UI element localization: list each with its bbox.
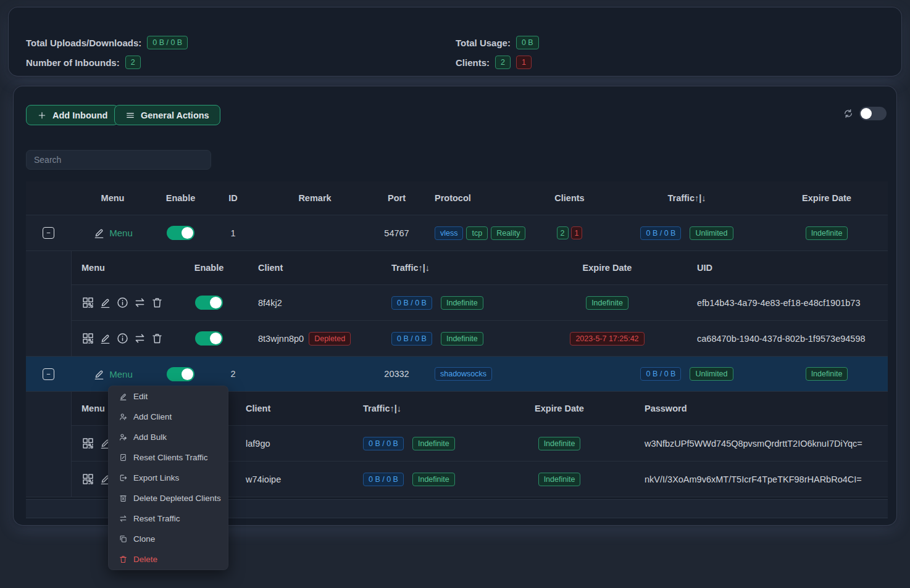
collapse-inbound-2-button[interactable] [43, 368, 54, 380]
edit-pencil-icon[interactable] [99, 332, 112, 345]
stat-total-usage: Total Usage: 0 B [456, 35, 539, 50]
menu-item-add-client[interactable]: Add Client [109, 407, 228, 427]
stat-total-uploads-downloads: Total Uploads/Downloads: 0 B / 0 B [26, 35, 188, 50]
client-traffic: 0 B / 0 B [391, 332, 432, 346]
client-traffic: 0 B / 0 B [363, 437, 404, 450]
client-enable-toggle[interactable] [195, 296, 223, 310]
sub-table-spacer [26, 251, 71, 357]
info-icon[interactable] [116, 332, 129, 345]
col-header-traffic-sort[interactable]: Traffic↑|↓ [353, 404, 513, 413]
menu-item-add-bulk[interactable]: Add Bulk [109, 427, 228, 447]
client-traffic-limit: Indefinite [412, 437, 455, 450]
protocol-tag-tcp: tcp [466, 226, 488, 240]
total-uploads-downloads-value: 0 B / 0 B [147, 36, 188, 49]
col-header-port: Port [370, 193, 423, 203]
general-actions-button[interactable]: General Actions [114, 105, 220, 125]
inbound-1-clients-depleted: 1 [571, 226, 583, 239]
col-header-remark: Remark [259, 193, 370, 203]
add-inbound-button[interactable]: Add Inbound [26, 105, 119, 125]
menu-item-delete[interactable]: Delete [109, 549, 228, 569]
col-header-expire: Expire Date [766, 193, 888, 203]
inbound-2-menu-label: Menu [109, 369, 133, 379]
inbound-row-1: Menu 1 54767 vless tcp Reality 2 1 0 B / [26, 215, 888, 251]
col-header-enable: Enable [180, 263, 238, 273]
edit-pencil-icon[interactable] [99, 296, 112, 309]
client-name: 8f4kj2 [238, 298, 377, 308]
refresh-icon[interactable] [843, 108, 854, 119]
inbound-1-enable-toggle[interactable] [167, 226, 194, 240]
menu-item-edit[interactable]: Edit [109, 386, 228, 407]
inbound-2-traffic-limit: Unlimited [690, 367, 733, 381]
client-enable-toggle[interactable] [195, 331, 223, 346]
inbound-1-clients-active: 2 [557, 226, 569, 239]
protocol-tag-vless: vless [435, 226, 463, 240]
clients-label: Clients: [456, 57, 490, 68]
sub-table-spacer [26, 392, 71, 497]
inbound-1-menu-button[interactable]: Menu [93, 226, 133, 239]
col-header-expire: Expire Date [544, 263, 670, 273]
info-icon[interactable] [116, 296, 129, 309]
protocol-tag-reality: Reality [491, 226, 525, 240]
col-header-traffic-sort[interactable]: Traffic↑|↓ [377, 263, 544, 273]
reset-traffic-icon [119, 514, 128, 523]
col-header-traffic-sort[interactable]: Traffic↑|↓ [608, 193, 766, 203]
depleted-badge: Depleted [309, 332, 351, 346]
qrcode-icon[interactable] [81, 437, 94, 450]
col-header-password: Password [606, 404, 888, 413]
reset-traffic-icon[interactable] [133, 332, 146, 345]
dark-mode-toggle[interactable] [859, 107, 887, 120]
delete-depleted-clients-icon [119, 494, 128, 503]
trash-icon[interactable] [151, 296, 164, 309]
col-header-client: Client [238, 263, 377, 273]
inbound-1-id: 1 [207, 228, 259, 238]
col-header-enable: Enable [154, 193, 207, 203]
qrcode-icon[interactable] [81, 332, 94, 345]
col-header-menu: Menu [72, 263, 180, 273]
add-client-icon [119, 412, 128, 421]
menu-item-clone[interactable]: Clone [109, 529, 228, 549]
inbound-2-menu-button[interactable]: Menu [93, 368, 133, 381]
total-uploads-downloads-label: Total Uploads/Downloads: [26, 38, 141, 48]
search-input[interactable] [26, 150, 211, 170]
qrcode-icon[interactable] [81, 296, 94, 309]
col-header-protocol: Protocol [423, 193, 531, 203]
number-of-inbounds-label: Number of Inbounds: [26, 57, 120, 68]
menu-item-export-links[interactable]: Export Links [109, 468, 228, 488]
client-traffic-limit: Indefinite [441, 296, 483, 310]
trash-icon[interactable] [151, 332, 164, 345]
collapse-inbound-1-button[interactable] [43, 227, 54, 239]
edit-pencil-icon [93, 226, 106, 239]
inbound-1-traffic-limit: Unlimited [690, 226, 733, 240]
client-expire: Indefinite [538, 473, 581, 486]
client-uid: ca68470b-1940-437d-802b-1f9573e94598 [670, 334, 888, 344]
qrcode-icon[interactable] [81, 473, 94, 486]
menu-item-delete-depleted-clients[interactable]: Delete Depleted Clients [109, 488, 228, 508]
inbound-2-enable-toggle[interactable] [167, 367, 194, 381]
clients-table-1-header: Menu Enable Client Traffic↑|↓ Expire Dat… [72, 251, 888, 285]
inbound-2-expire: Indefinite [806, 367, 848, 381]
reset-traffic-icon[interactable] [133, 296, 146, 309]
add-bulk-icon [119, 433, 128, 442]
inbound-1-menu-label: Menu [109, 228, 133, 238]
menu-item-reset-traffic[interactable]: Reset Traffic [109, 508, 228, 529]
client-name: laf9go [238, 439, 353, 449]
client-expire: Indefinite [586, 296, 628, 310]
bars-icon [125, 110, 135, 120]
menu-item-reset-clients-traffic[interactable]: Reset Clients Traffic [109, 447, 228, 468]
delete-icon [119, 555, 128, 564]
inbounds-page: Total Uploads/Downloads: 0 B / 0 B Numbe… [0, 0, 910, 588]
inbound-1-traffic: 0 B / 0 B [640, 226, 681, 240]
inbound-2-id: 2 [207, 369, 259, 379]
inbound-1-clients-section: Menu Enable Client Traffic↑|↓ Expire Dat… [26, 251, 888, 357]
protocol-tag-shadowsocks: shadowsocks [435, 367, 492, 381]
inbound-2-traffic: 0 B / 0 B [640, 367, 681, 381]
reset-clients-traffic-icon [119, 453, 128, 462]
clients-depleted-count: 1 [516, 56, 532, 69]
client-row-8f4kj2: 8f4kj2 0 B / 0 B Indefinite Indefinite e… [72, 285, 888, 321]
client-uid: efb14b43-4a79-4e83-ef18-e48cf1901b73 [670, 298, 888, 308]
clone-icon [119, 534, 128, 544]
stat-number-of-inbounds: Number of Inbounds: 2 [26, 55, 141, 70]
client-traffic: 0 B / 0 B [363, 473, 404, 486]
number-of-inbounds-value: 2 [125, 56, 141, 69]
col-header-uid: UID [670, 263, 888, 273]
